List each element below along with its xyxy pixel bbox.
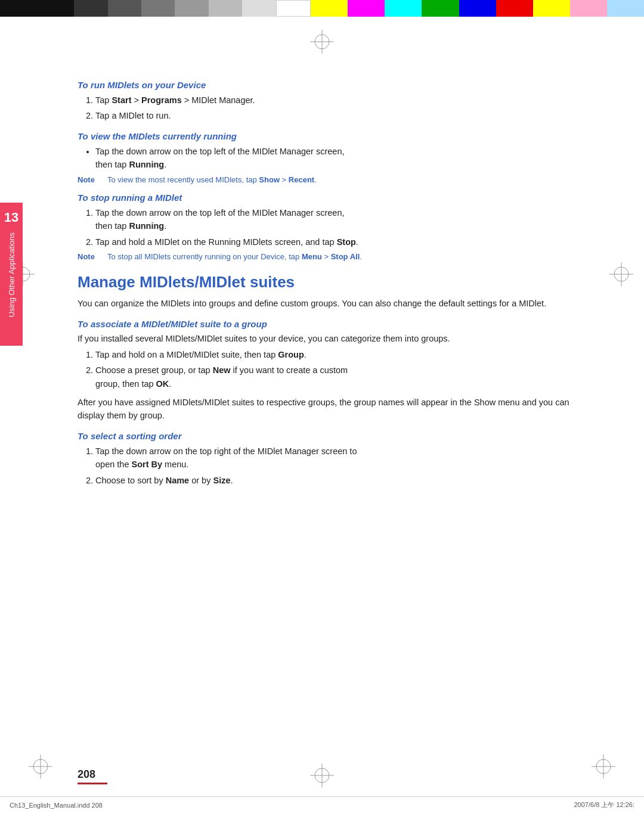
chapter-tab: 13 Using Other Applications [0, 203, 23, 346]
color-light-gray2 [242, 0, 275, 17]
color-light-gray1 [209, 0, 242, 17]
reg-mark-top [310, 30, 334, 55]
footer-left: Ch13_English_Manual.indd 208 [10, 802, 103, 809]
chapter-number: 13 [4, 210, 18, 225]
keyword: Size [213, 476, 230, 485]
reg-mark-bottom-left [29, 755, 52, 780]
list-item: Tap the down arrow on the top left of th… [95, 145, 596, 172]
list-item: Tap Start > Programs > MIDlet Manager. [95, 94, 596, 107]
keyword: Show [259, 175, 280, 184]
keyword: Stop [337, 237, 356, 247]
list-item: Tap and hold on a MIDlet/MIDlet suite, t… [95, 348, 596, 361]
chapter-title: Using Other Applications [7, 232, 16, 317]
list-item: Tap the down arrow on the top right of t… [95, 445, 596, 471]
steps-stop-midlet: Tap the down arrow on the top left of th… [95, 206, 596, 249]
keyword: Programs [141, 95, 182, 105]
color-yellow [311, 0, 348, 17]
keyword: Running [129, 221, 164, 231]
section-associate-group: To associate a MIDlet/MIDlet suite to a … [78, 319, 596, 423]
list-item: Tap the down arrow on the top left of th… [95, 206, 596, 233]
list-item: Tap and hold a MIDlet on the Running MID… [95, 235, 596, 249]
section-sorting-order: To select a sorting order Tap the down a… [78, 431, 596, 487]
keyword: Start [112, 95, 131, 105]
color-magenta [348, 0, 385, 17]
color-light-blue [607, 0, 644, 17]
main-content: To run MIDlets on your Device Tap Start … [78, 72, 596, 753]
reg-mark-right [609, 262, 633, 288]
heading-associate-group: To associate a MIDlet/MIDlet suite to a … [78, 319, 596, 329]
note-label: Note [78, 175, 100, 184]
color-bar [0, 0, 644, 17]
note-stop-midlet: Note To stop all MIDlets currently runni… [78, 252, 596, 261]
main-intro-text: You can organize the MIDlets into groups… [78, 297, 596, 311]
color-white [276, 0, 311, 17]
bullets-view-running: Tap the down arrow on the top left of th… [95, 145, 596, 172]
color-green [422, 0, 459, 17]
heading-view-running: To view the MIDlets currently running [78, 131, 596, 141]
page-number-underline [78, 783, 107, 784]
heading-stop-midlet: To stop running a MIDlet [78, 193, 596, 203]
section-stop-midlet: To stop running a MIDlet Tap the down ar… [78, 193, 596, 261]
page-number-area: 208 [78, 768, 107, 784]
color-blue [459, 0, 496, 17]
color-cyan [385, 0, 422, 17]
steps-sorting: Tap the down arrow on the top right of t… [95, 445, 596, 487]
keyword: Name [166, 476, 190, 485]
color-mid-gray1 [141, 0, 175, 17]
color-mid-gray2 [175, 0, 208, 17]
section-run-midlets: To run MIDlets on your Device Tap Start … [78, 80, 596, 123]
footer-right: 2007/6/8 上午 12:26: [574, 800, 634, 809]
heading-sorting-order: To select a sorting order [78, 431, 596, 441]
page-number: 208 [78, 768, 107, 781]
steps-associate: Tap and hold on a MIDlet/MIDlet suite, t… [95, 348, 596, 390]
note-text: To stop all MIDlets currently running on… [107, 252, 362, 261]
color-pink [570, 0, 607, 17]
list-item: Choose a preset group, or tap New if you… [95, 364, 596, 390]
note-text: To view the most recently used MIDlets, … [107, 175, 317, 184]
step-text: Tap a MIDlet to run. [95, 111, 171, 120]
note-label: Note [78, 252, 100, 261]
section-view-running: To view the MIDlets currently running Ta… [78, 131, 596, 184]
keyword: Menu [302, 252, 322, 261]
color-black [0, 0, 74, 17]
reg-mark-bottom-right [592, 755, 615, 780]
list-item: Tap a MIDlet to run. [95, 109, 596, 122]
keyword: Group [278, 350, 304, 359]
associate-intro: If you installed several MIDlets/MIDlet … [78, 333, 596, 346]
keyword: Running [129, 160, 164, 169]
keyword: New [213, 365, 231, 375]
color-red [496, 0, 533, 17]
color-dark-gray1 [74, 0, 107, 17]
main-heading: Manage MIDlets/MIDlet suites [78, 273, 596, 291]
color-dark-gray2 [108, 0, 141, 17]
color-yellow2 [533, 0, 570, 17]
heading-run-midlets: To run MIDlets on your Device [78, 80, 596, 90]
keyword: Stop All [331, 252, 360, 261]
footer-bar: Ch13_English_Manual.indd 208 2007/6/8 上午… [0, 796, 644, 813]
step-text: Tap Start > Programs > MIDlet Manager. [95, 95, 255, 105]
associate-followup: After you have assigned MIDlets/MIDlet s… [78, 396, 596, 423]
keyword: OK [156, 379, 169, 389]
keyword: Sort By [131, 460, 162, 469]
steps-run-midlets: Tap Start > Programs > MIDlet Manager. T… [95, 94, 596, 123]
keyword: Recent [289, 175, 314, 184]
note-view-running: Note To view the most recently used MIDl… [78, 175, 596, 184]
reg-mark-bottom-center [310, 764, 334, 789]
list-item: Choose to sort by Name or by Size. [95, 474, 596, 487]
